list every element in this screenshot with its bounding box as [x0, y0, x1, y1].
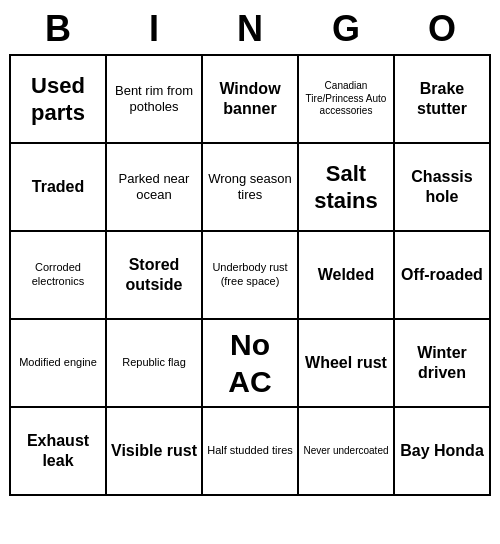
bingo-cell-r0-c2: Window banner [202, 55, 298, 143]
bingo-cell-r4-c4: Bay Honda [394, 407, 490, 495]
bingo-cell-r1-c1: Parked near ocean [106, 143, 202, 231]
bingo-cell-r4-c3: Never undercoated [298, 407, 394, 495]
bingo-cell-r2-c2: Underbody rust (free space) [202, 231, 298, 319]
letter-g: G [302, 8, 390, 50]
bingo-cell-r3-c3: Wheel rust [298, 319, 394, 407]
bingo-cell-r3-c0: Modified engine [10, 319, 106, 407]
bingo-title: B I N G O [10, 0, 490, 54]
bingo-cell-r4-c1: Visible rust [106, 407, 202, 495]
bingo-grid: Used partsBent rim from potholesWindow b… [9, 54, 491, 496]
letter-o: O [398, 8, 486, 50]
letter-n: N [206, 8, 294, 50]
letter-b: B [14, 8, 102, 50]
bingo-cell-r4-c0: Exhaust leak [10, 407, 106, 495]
bingo-cell-r3-c1: Republic flag [106, 319, 202, 407]
bingo-cell-r0-c1: Bent rim from potholes [106, 55, 202, 143]
bingo-cell-r0-c3: Canadian Tire/Princess Auto accessories [298, 55, 394, 143]
bingo-cell-r3-c4: Winter driven [394, 319, 490, 407]
bingo-cell-r1-c0: Traded [10, 143, 106, 231]
bingo-cell-r2-c1: Stored outside [106, 231, 202, 319]
bingo-cell-r2-c4: Off-roaded [394, 231, 490, 319]
bingo-cell-r2-c0: Corroded electronics [10, 231, 106, 319]
bingo-cell-r1-c4: Chassis hole [394, 143, 490, 231]
bingo-cell-r2-c3: Welded [298, 231, 394, 319]
bingo-cell-r0-c4: Brake stutter [394, 55, 490, 143]
bingo-cell-r4-c2: Half studded tires [202, 407, 298, 495]
bingo-cell-r0-c0: Used parts [10, 55, 106, 143]
bingo-cell-r3-c2: No AC [202, 319, 298, 407]
bingo-cell-r1-c2: Wrong season tires [202, 143, 298, 231]
letter-i: I [110, 8, 198, 50]
bingo-cell-r1-c3: Salt stains [298, 143, 394, 231]
